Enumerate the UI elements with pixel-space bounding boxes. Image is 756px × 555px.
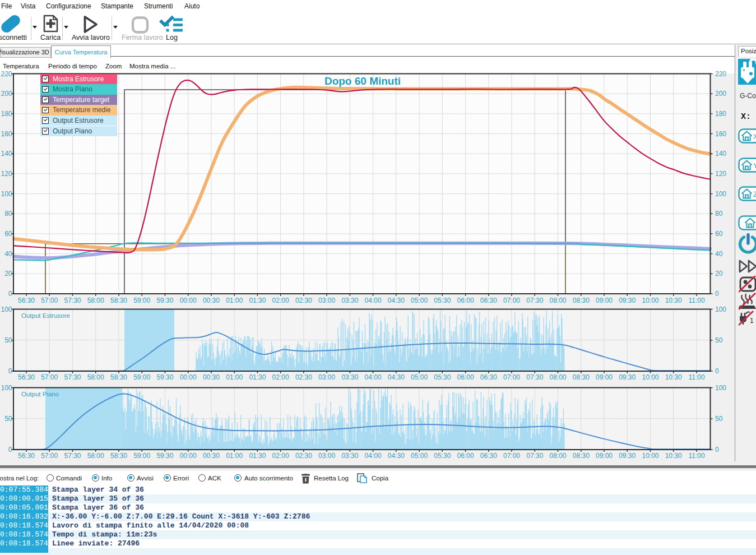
svg-text:05:30: 05:30 [434,373,451,381]
svg-text:80: 80 [4,210,12,218]
svg-text:0: 0 [715,367,719,375]
svg-text:11:00: 11:00 [688,373,704,381]
svg-text:02:30: 02:30 [295,297,312,304]
svg-text:Z: Z [753,190,756,198]
svg-text:58:00: 58:00 [87,297,104,304]
svg-text:100: 100 [1,190,12,198]
svg-text:58:30: 58:30 [110,297,127,304]
svg-text:57:00: 57:00 [41,373,58,381]
svg-text:06:00: 06:00 [457,452,474,460]
svg-text:Output Estrusore: Output Estrusore [21,312,70,319]
svg-text:07:30: 07:30 [526,452,543,460]
svg-text:09:30: 09:30 [619,373,636,381]
svg-text:07:00: 07:00 [503,297,520,304]
svg-text:09:00: 09:00 [596,452,613,460]
svg-text:05:30: 05:30 [434,297,451,304]
svg-text:20: 20 [715,270,723,278]
svg-text:57:30: 57:30 [64,297,81,304]
svg-text:06:30: 06:30 [480,373,497,381]
svg-text:03:30: 03:30 [341,452,358,460]
svg-text:10:00: 10:00 [642,373,658,381]
svg-text:06:30: 06:30 [480,452,497,460]
svg-text:0: 0 [8,446,12,454]
svg-text:01:30: 01:30 [249,452,266,460]
svg-text:00:30: 00:30 [203,452,220,460]
svg-text:60: 60 [4,230,12,238]
svg-text:09:00: 09:00 [596,297,613,304]
svg-text:56:30: 56:30 [18,297,35,304]
svg-text:00:00: 00:00 [180,297,197,304]
svg-text:57:30: 57:30 [64,373,81,381]
svg-text:58:30: 58:30 [110,452,127,460]
svg-text:0: 0 [8,290,12,298]
svg-text:100: 100 [715,190,726,198]
svg-text:160: 160 [715,130,726,138]
svg-text:57:30: 57:30 [64,452,81,460]
svg-text:60: 60 [715,230,723,238]
svg-text:20: 20 [4,270,12,278]
svg-text:08:30: 08:30 [573,452,590,460]
svg-text:50: 50 [4,415,12,423]
svg-text:04:30: 04:30 [388,297,405,304]
svg-text:57:00: 57:00 [41,452,58,460]
svg-text:0: 0 [715,446,719,454]
svg-text:04:00: 04:00 [365,373,382,381]
svg-text:02:00: 02:00 [272,297,289,304]
svg-text:58:00: 58:00 [87,452,104,460]
svg-text:100: 100 [715,306,726,313]
svg-text:06:00: 06:00 [457,373,474,381]
svg-text:100: 100 [1,384,12,392]
svg-text:08:30: 08:30 [573,373,590,381]
svg-text:59:30: 59:30 [156,297,173,304]
svg-text:10:30: 10:30 [665,297,682,304]
svg-text:1: 1 [750,317,754,325]
svg-text:09:30: 09:30 [619,452,636,460]
svg-text:08:00: 08:00 [549,297,566,304]
svg-text:11:00: 11:00 [688,452,704,460]
svg-text:05:00: 05:00 [411,452,428,460]
svg-text:59:00: 59:00 [133,297,150,304]
svg-text:00:30: 00:30 [203,297,220,304]
svg-text:00:30: 00:30 [203,373,220,381]
svg-text:0: 0 [8,367,12,375]
svg-text:56:30: 56:30 [18,373,35,381]
svg-text:100: 100 [1,306,12,313]
svg-text:04:30: 04:30 [388,452,405,460]
svg-text:40: 40 [715,250,723,258]
svg-text:01:00: 01:00 [226,452,243,460]
svg-text:220: 220 [715,70,726,78]
svg-text:03:00: 03:00 [318,297,335,304]
svg-text:06:00: 06:00 [457,297,474,304]
svg-text:08:00: 08:00 [549,452,566,460]
svg-text:01:30: 01:30 [249,297,266,304]
svg-text:10:30: 10:30 [665,373,682,381]
svg-text:09:30: 09:30 [619,297,636,304]
svg-text:100: 100 [715,384,726,392]
svg-text:X: X [753,132,756,141]
svg-text:02:30: 02:30 [295,452,312,460]
svg-text:00:00: 00:00 [180,452,197,460]
svg-text:01:00: 01:00 [226,373,243,381]
svg-text:01:30: 01:30 [249,373,266,381]
svg-text:200: 200 [1,90,12,98]
svg-text:10:00: 10:00 [642,452,658,460]
svg-text:08:00: 08:00 [549,373,566,381]
svg-text:08:30: 08:30 [573,297,590,304]
svg-text:07:30: 07:30 [526,373,543,381]
svg-text:03:30: 03:30 [341,297,358,304]
svg-text:02:30: 02:30 [295,373,312,381]
svg-text:05:00: 05:00 [411,297,428,304]
svg-text:200: 200 [715,90,726,98]
svg-text:59:00: 59:00 [133,452,150,460]
svg-text:140: 140 [715,150,726,158]
svg-text:59:30: 59:30 [156,452,173,460]
svg-text:03:00: 03:00 [318,373,335,381]
svg-text:02:00: 02:00 [272,452,289,460]
svg-text:04:00: 04:00 [365,452,382,460]
svg-text:80: 80 [715,210,723,218]
svg-text:07:00: 07:00 [503,452,520,460]
svg-text:40: 40 [4,250,12,258]
svg-text:59:30: 59:30 [156,373,173,381]
svg-text:06:30: 06:30 [480,297,497,304]
svg-text:180: 180 [715,110,726,118]
